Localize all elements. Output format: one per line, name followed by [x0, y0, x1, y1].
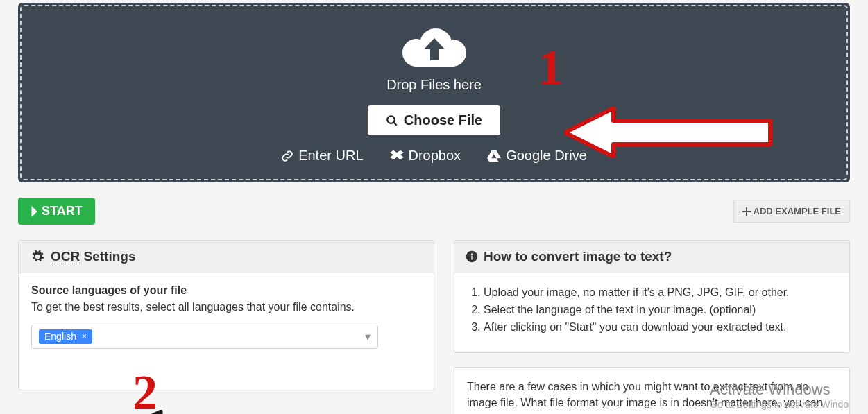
source-languages-label: Source languages of your file [31, 284, 421, 297]
howto-panel: How to convert image to text? Upload you… [454, 240, 850, 353]
svg-line-1 [393, 122, 397, 126]
caret-down-icon: ▾ [365, 330, 371, 343]
add-example-file-button[interactable]: ADD EXAMPLE FILE [733, 200, 850, 223]
info-blurb-panel: There are a few cases in which you might… [454, 367, 850, 414]
chevron-right-icon [31, 206, 38, 217]
howto-step: Upload your image, no matter if it's a P… [484, 284, 837, 300]
info-blurb: There are a few cases in which you might… [467, 379, 837, 414]
howto-step: Select the language of the text in your … [484, 302, 837, 318]
source-languages-help: To get the best results, select all lang… [31, 301, 421, 313]
language-tag-english[interactable]: English × [39, 329, 92, 344]
dropbox-icon [390, 150, 404, 162]
dropbox-link[interactable]: Dropbox [390, 148, 461, 164]
info-icon [466, 250, 478, 263]
choose-file-label: Choose File [404, 112, 482, 128]
annotation-arrow-2 [122, 410, 296, 414]
link-icon [281, 150, 293, 162]
svg-rect-7 [471, 256, 473, 260]
choose-file-button[interactable]: Choose File [368, 105, 500, 135]
cloud-upload-icon [402, 26, 466, 73]
enter-url-link[interactable]: Enter URL [281, 148, 363, 164]
language-select[interactable]: English × ▾ [31, 325, 378, 349]
howto-step: After clicking on "Start" you can downlo… [484, 319, 837, 335]
start-button-top[interactable]: START [18, 198, 95, 225]
ocr-settings-title: OCR Settings [51, 249, 135, 264]
file-dropzone[interactable]: Drop Files here Choose File Enter URL Dr… [18, 3, 850, 182]
svg-rect-4 [742, 211, 751, 212]
svg-point-0 [387, 116, 395, 123]
svg-marker-5 [122, 411, 293, 414]
ocr-settings-panel: OCR Settings Source languages of your fi… [18, 240, 434, 390]
drop-files-label: Drop Files here [386, 77, 482, 93]
howto-title: How to convert image to text? [484, 249, 672, 264]
google-drive-link[interactable]: Google Drive [487, 148, 587, 164]
plus-icon [742, 207, 751, 216]
svg-point-8 [471, 253, 473, 255]
gears-icon [30, 250, 45, 264]
google-drive-icon [487, 150, 501, 162]
howto-steps: Upload your image, no matter if it's a P… [467, 284, 837, 336]
remove-language-icon[interactable]: × [82, 331, 87, 341]
search-icon [386, 114, 398, 127]
